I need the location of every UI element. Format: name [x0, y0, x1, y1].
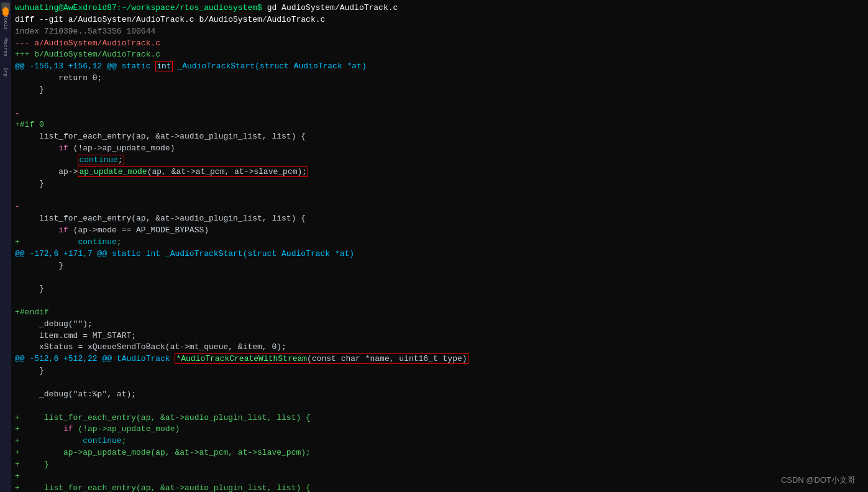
left-toolbar: ≡ Tools Macros Snp — [0, 0, 11, 492]
line-14: continue; — [15, 155, 864, 166]
highlight-ap-update: ap_update_mode(ap, &at->at_pcm, at->slav… — [78, 166, 308, 177]
line-minus-file: --- a/AudioSystem/AudioTrack.c — [15, 38, 864, 50]
line-40: + } — [15, 459, 864, 471]
line-41: + — [15, 471, 864, 483]
line-17 — [15, 190, 864, 202]
line-36: + list_for_each_entry(ap, &at->audio_plu… — [15, 412, 864, 424]
highlight-continue-1: continue; — [78, 155, 124, 165]
line-25: } — [15, 283, 864, 295]
terminal: ≡ Tools Macros Snp wuhuating@AwExdroid87… — [0, 0, 868, 492]
line-39: + ap->ap_update_mode(ap, &at->at_pcm, at… — [15, 447, 864, 459]
line-16: } — [15, 178, 864, 190]
line-29: item.cmd = MT_START; — [15, 330, 864, 342]
line-28: _debug(""); — [15, 319, 864, 330]
highlight-int: int — [155, 61, 172, 71]
line-18: - — [15, 201, 864, 213]
line-42: + list_for_each_entry(ap, &at->audio_plu… — [15, 483, 864, 492]
line-27: +#endif — [15, 307, 864, 319]
line-hunk-2: @@ -172,6 +171,7 @@ static int _AudioTra… — [15, 248, 864, 260]
line-10: - — [15, 108, 864, 120]
line-26 — [15, 295, 864, 307]
line-diff-header: diff --git a/AudioSystem/AudioTrack.c b/… — [15, 14, 864, 26]
toolbar-label-snp[interactable]: Snp — [3, 68, 9, 76]
line-24 — [15, 271, 864, 283]
line-hunk-3: @@ -512,6 +512,22 @@ tAudioTrack *AudioT… — [15, 353, 864, 365]
line-23: } — [15, 260, 864, 272]
line-21: + continue; — [15, 237, 864, 248]
line-32: } — [15, 365, 864, 377]
line-35 — [15, 401, 864, 412]
line-hunk-1: @@ -156,13 +156,12 @@ static int _AudioT… — [15, 61, 864, 73]
line-prompt-1: wuhuating@AwExdroid87:~/workspace/rtos_a… — [15, 2, 864, 14]
line-15: ap->ap_update_mode(ap, &at->at_pcm, at->… — [15, 166, 864, 178]
toolbar-dot-2 — [2, 7, 9, 14]
content-area: wuhuating@AwExdroid87:~/workspace/rtos_a… — [11, 0, 868, 492]
watermark: CSDN @DOT小文哥 — [781, 475, 856, 486]
line-37: + if (!ap->ap_update_mode) — [15, 424, 864, 435]
line-11: +#if 0 — [15, 119, 864, 131]
line-34: _debug("at:%p", at); — [15, 389, 864, 401]
line-19: list_for_each_entry(ap, &at->audio_plugi… — [15, 213, 864, 225]
line-index: index 721039e..5af3356 100644 — [15, 26, 864, 38]
toolbar-label-macros[interactable]: Macros — [3, 39, 9, 57]
line-20: if (ap->mode == AP_MODE_BYPASS) — [15, 225, 864, 237]
toolbar-label-tools[interactable]: Tools — [3, 15, 9, 30]
line-30: xStatus = xQueueSendToBack(at->mt_queue,… — [15, 342, 864, 353]
line-38: + continue; — [15, 435, 864, 447]
highlight-fn-sig: *AudioTrackCreateWithStream(const char *… — [175, 353, 468, 364]
line-7: return 0; — [15, 73, 864, 84]
line-13: if (!ap->ap_update_mode) — [15, 143, 864, 155]
line-plus-file: +++ b/AudioSystem/AudioTrack.c — [15, 49, 864, 61]
line-33 — [15, 377, 864, 389]
line-9 — [15, 96, 864, 108]
line-12: list_for_each_entry(ap, &at->audio_plugi… — [15, 131, 864, 143]
line-8: } — [15, 84, 864, 96]
